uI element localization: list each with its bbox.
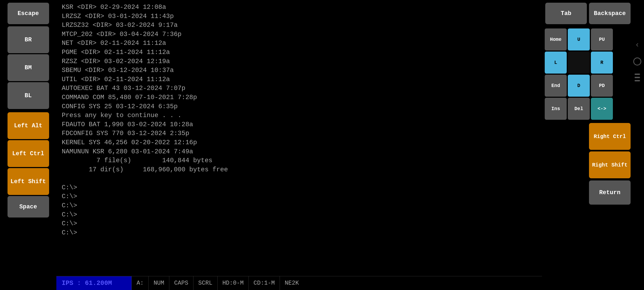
terminal-prompt: C:\> xyxy=(62,219,537,228)
terminal-line: KERNEL SYS 46,256 02-20-2022 12:16p xyxy=(62,138,537,147)
terminal-line: 7 file(s) 140,844 bytes xyxy=(62,156,537,165)
terminal-prompt: C:\> xyxy=(62,210,537,219)
terminal-line: CONFIG SYS 25 03-12-2024 6:35p xyxy=(62,102,537,111)
terminal-line: KSR <DIR> 02-29-2024 12:08a xyxy=(62,3,537,12)
scrl-status: SCRL xyxy=(193,276,217,290)
terminal-line: UTIL <DIR> 02-11-2024 11:12a xyxy=(62,75,537,84)
terminal-line: PGME <DIR> 02-11-2024 11:12a xyxy=(62,48,537,57)
tab-key[interactable]: Tab xyxy=(545,3,587,24)
center-key xyxy=(568,52,590,74)
right-edge-indicators: ‹ xyxy=(631,0,644,290)
terminal-area: KSR <DIR> 02-29-2024 12:08a LRZSZ <DIR> … xyxy=(56,0,542,290)
ips-status: IPS : 61.200M xyxy=(56,276,131,290)
terminal-prompt: C:\> xyxy=(62,228,537,237)
status-bar: IPS : 61.200M A: NUM CAPS SCRL HD:0-M CD… xyxy=(56,276,542,290)
return-key[interactable]: Return xyxy=(589,180,631,205)
terminal-line: COMMAND COM 85,480 07-10-2021 7:28p xyxy=(62,93,537,102)
terminal-line: LRZSZ32 <DIR> 03-02-2024 9:17a xyxy=(62,21,537,30)
bar-1 xyxy=(635,74,640,75)
br-key[interactable]: BR xyxy=(8,26,49,53)
ips-label: IPS : xyxy=(62,280,81,287)
terminal-prompt: C:\> xyxy=(62,183,537,192)
right-panel: Tab Backspace Home U PU L R End D PD xyxy=(542,0,644,290)
bl-key[interactable]: BL xyxy=(8,82,49,109)
ne2k-status: NE2K xyxy=(280,276,304,290)
ips-value: 61.200M xyxy=(85,280,112,287)
terminal-line: MTCP_202 <DIR> 03-04-2024 7:36p xyxy=(62,30,537,39)
num-status: NUM xyxy=(148,276,169,290)
drive-status: A: xyxy=(131,276,148,290)
home-key[interactable]: Home xyxy=(545,28,567,50)
triple-bar-icon xyxy=(635,74,640,81)
r-key[interactable]: R xyxy=(591,52,613,74)
terminal-prompt: C:\> xyxy=(62,201,537,210)
bar-2 xyxy=(635,77,640,78)
left-shift-key[interactable]: Left Shift xyxy=(8,168,49,195)
ins-key[interactable]: Ins xyxy=(545,98,567,120)
left-ctrl-key[interactable]: Left Ctrl xyxy=(8,140,49,167)
terminal-line: AUTOEXEC BAT 43 03-12-2024 7:07p xyxy=(62,84,537,93)
pu-key[interactable]: PU xyxy=(591,28,613,50)
caps-status: CAPS xyxy=(169,276,193,290)
cd-status: CD:1-M xyxy=(248,276,280,290)
escape-key[interactable]: Escape xyxy=(8,3,49,24)
d-key[interactable]: D xyxy=(568,75,590,97)
terminal-line: SBEMU <DIR> 03-12-2024 10:37a xyxy=(62,66,537,75)
nav-grid: Home U PU L R End D PD Ins Del <-> xyxy=(545,28,613,120)
terminal-line: RZSZ <DIR> 03-02-2024 12:19a xyxy=(62,57,537,66)
pd-key[interactable]: PD xyxy=(591,75,613,97)
del-key[interactable]: Del xyxy=(568,98,590,120)
right-keys-column: Tab Backspace Home U PU L R End D PD xyxy=(542,0,631,290)
chevron-left-icon[interactable]: ‹ xyxy=(635,40,640,49)
terminal-prompt xyxy=(62,174,537,183)
right-shift-key[interactable]: Right Shift xyxy=(589,151,631,178)
space-key[interactable]: Space xyxy=(8,196,49,218)
terminal-line: 17 dir(s) 168,960,000 bytes free xyxy=(62,165,537,174)
terminal-line: FDAUTO BAT 1,990 03-02-2024 10:28a xyxy=(62,120,537,129)
end-key[interactable]: End xyxy=(545,75,567,97)
bm-key[interactable]: BM xyxy=(8,54,49,81)
circle-indicator xyxy=(633,57,641,66)
left-sidebar: Escape BR BM BL Left Alt Left Ctrl Left … xyxy=(0,0,56,290)
terminal-line: Press any key to continue . . . xyxy=(62,111,537,120)
hd-status: HD:0-M xyxy=(217,276,248,290)
terminal-line: FDCONFIG SYS 770 03-12-2024 2:35p xyxy=(62,129,537,138)
terminal-prompt: C:\> xyxy=(62,192,537,201)
l-key[interactable]: L xyxy=(545,52,567,74)
terminal-line: NAMUNUN KSR 6,280 03-01-2024 7:49a xyxy=(62,147,537,156)
backspace-key[interactable]: Backspace xyxy=(589,3,631,24)
terminal-screen: KSR <DIR> 02-29-2024 12:08a LRZSZ <DIR> … xyxy=(56,0,542,276)
bar-3 xyxy=(635,80,640,81)
right-ctrl-key[interactable]: Right Ctrl xyxy=(589,123,631,150)
terminal-line: NET <DIR> 02-11-2024 11:12a xyxy=(62,39,537,48)
left-alt-key[interactable]: Left Alt xyxy=(8,112,49,139)
arrow-key[interactable]: <-> xyxy=(591,98,613,120)
terminal-line: LRZSZ <DIR> 03-01-2024 11:43p xyxy=(62,12,537,21)
u-key[interactable]: U xyxy=(568,28,590,50)
